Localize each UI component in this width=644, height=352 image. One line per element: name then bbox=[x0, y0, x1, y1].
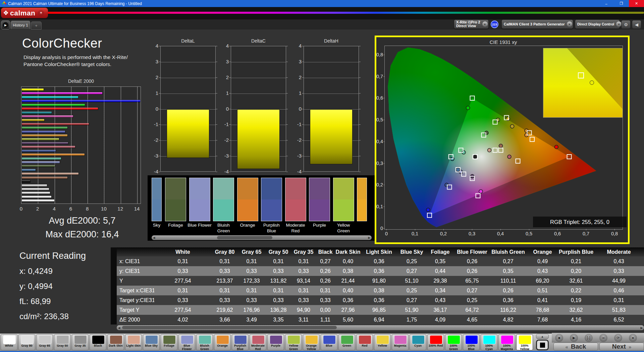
swatch-foliage[interactable] bbox=[165, 178, 186, 221]
swatch-sky[interactable] bbox=[152, 178, 162, 221]
next-button[interactable]: Next » bbox=[599, 343, 644, 351]
display-control-dropdown[interactable]: Direct Display Control ▼ bbox=[575, 19, 620, 29]
patch-cyan[interactable]: Cyan bbox=[410, 334, 426, 350]
patch-orange[interactable]: Orange bbox=[214, 334, 231, 350]
collapse-panel-button[interactable]: ◀ bbox=[632, 20, 641, 29]
patch-100-magenta[interactable]: 100% Magenta bbox=[498, 334, 515, 350]
table-scrollbar[interactable]: ◀ ▶ bbox=[117, 325, 644, 330]
patch-label: 100% Green bbox=[445, 344, 462, 351]
maximize-button[interactable]: ❐ bbox=[614, 0, 629, 7]
delta-y-tick-label: -3 bbox=[219, 153, 229, 159]
meter-device-dropdown[interactable]: X-Rite i1Pro 2Direct View ▼ bbox=[454, 19, 489, 29]
back-button[interactable]: « Back bbox=[553, 343, 598, 351]
minimize-button[interactable]: – bbox=[599, 0, 614, 7]
toolbar-expand-button[interactable]: ▲ bbox=[536, 334, 549, 339]
patch-100-yellow[interactable]: 100% Yellow bbox=[516, 334, 533, 350]
patch-chip bbox=[341, 335, 354, 344]
patch-gray-65[interactable]: Gray 65 bbox=[36, 334, 53, 350]
swatch-bluish-green[interactable] bbox=[213, 178, 234, 221]
cie-x-tick-label: 0,6 bbox=[552, 231, 563, 236]
delta-tick bbox=[286, 124, 288, 125]
table-cell: 4,16 bbox=[558, 317, 594, 323]
patch-label: Yellow bbox=[374, 344, 390, 348]
patch-light-skin[interactable]: Light Skin bbox=[125, 334, 142, 350]
meter-count-badge[interactable]: 223 bbox=[491, 20, 498, 28]
pattern-window-button[interactable] bbox=[536, 340, 549, 350]
continuous-button[interactable]: ∞ bbox=[599, 334, 607, 342]
rgb-triplet-readout: RGB Triplet: 255, 255, 0 bbox=[533, 217, 627, 227]
swatch-moderate-red[interactable] bbox=[285, 178, 306, 221]
patch-blue-flower[interactable]: Blue Flower bbox=[178, 334, 195, 350]
delta-y-tick-label: -3 bbox=[292, 153, 302, 159]
delta-tick bbox=[302, 77, 304, 78]
calman-main-menu[interactable]: ❖ calman ▼ bbox=[1, 8, 48, 18]
delta-tick bbox=[302, 140, 304, 140]
deltae-bar-dark-skin bbox=[21, 176, 68, 179]
play-button[interactable]: ▶ bbox=[570, 334, 578, 342]
swatch-blue-flower[interactable] bbox=[189, 178, 210, 221]
scrollbar-thumb[interactable] bbox=[217, 236, 272, 239]
patch-green[interactable]: Green bbox=[338, 334, 355, 350]
delta-tick bbox=[159, 46, 160, 46]
cie-measured-point bbox=[426, 208, 430, 212]
patch-100-red[interactable]: 100% Red bbox=[427, 334, 444, 350]
swatch-yellow-green[interactable] bbox=[333, 178, 354, 221]
cie-measured-point bbox=[473, 155, 477, 159]
delta-gridline bbox=[231, 78, 286, 78]
stop-button[interactable]: ■ bbox=[555, 334, 563, 342]
delta-y-tick-label: -3 bbox=[149, 153, 158, 159]
patch-100-blue[interactable]: 100% Blue bbox=[463, 334, 480, 350]
record-button[interactable]: ● bbox=[629, 334, 637, 342]
swatch-purple[interactable] bbox=[309, 178, 330, 221]
deltae-x-tick-label: 4 bbox=[50, 206, 59, 212]
scroll-left-icon[interactable]: ◀ bbox=[152, 236, 156, 240]
swatch-purplish-blue[interactable] bbox=[261, 178, 282, 221]
reading-x: x: 0,4249 bbox=[19, 267, 53, 276]
patch-purple[interactable]: Purple bbox=[267, 334, 284, 350]
scroll-right-icon[interactable]: ▶ bbox=[639, 326, 644, 330]
interval-button[interactable]: [-] bbox=[585, 334, 593, 342]
tab-history-1[interactable]: History 1 bbox=[11, 21, 30, 29]
swatch-target-half bbox=[333, 199, 354, 221]
patch-gray-80[interactable]: Gray 80 bbox=[18, 334, 35, 350]
patch-gray-35[interactable]: Gray 35 bbox=[72, 334, 89, 350]
patch-orange-yellow[interactable]: Orange Yellow bbox=[303, 334, 320, 350]
patch-blue[interactable]: Blue bbox=[321, 334, 337, 350]
patch-magenta[interactable]: Magenta bbox=[392, 334, 409, 350]
patch-moderate-red[interactable]: Moderate Red bbox=[250, 334, 266, 350]
patch-yellow[interactable]: Yellow bbox=[374, 334, 391, 350]
patch-label: Orange bbox=[214, 344, 230, 348]
patch-blue-sky[interactable]: Blue Sky bbox=[143, 334, 160, 350]
history-nav-button[interactable]: ▶ bbox=[1, 20, 10, 30]
patch-yellow-green[interactable]: Yellow Green bbox=[285, 334, 302, 350]
scrollbar-thumb[interactable] bbox=[122, 326, 337, 329]
cie-x-tick-label: 0,8 bbox=[609, 231, 620, 236]
patch-dark-skin[interactable]: Dark Skin bbox=[107, 334, 124, 350]
refresh-button[interactable]: ⟳ bbox=[614, 334, 622, 342]
table-cell: 0,40 bbox=[335, 288, 361, 294]
patch-bluish-green[interactable]: Bluish Green bbox=[196, 334, 213, 350]
patch-label: Magenta bbox=[392, 344, 408, 348]
patch-red[interactable]: Red bbox=[356, 334, 373, 350]
swatch-partial[interactable] bbox=[357, 178, 367, 221]
patch-black[interactable]: Black bbox=[90, 334, 106, 350]
table-cell: 0,33 bbox=[594, 268, 644, 274]
swatch-orange[interactable] bbox=[237, 178, 258, 221]
pattern-source-dropdown[interactable]: CalMAN Client 3 Pattern Generator ▼ bbox=[501, 19, 573, 29]
patch-100-cyan[interactable]: 100% Cyan bbox=[481, 334, 497, 350]
table-cell: 29,38 bbox=[426, 278, 454, 284]
add-tab-button[interactable]: + bbox=[31, 21, 42, 30]
swatch-scrollbar[interactable]: ◀ ▶ bbox=[152, 235, 372, 240]
patch-label: Yellow Green bbox=[285, 344, 302, 351]
patch-purplish-blue[interactable]: Purplish Blue bbox=[232, 334, 249, 350]
settings-button[interactable]: ⚙ bbox=[621, 20, 631, 29]
scroll-left-icon[interactable]: ◀ bbox=[117, 326, 121, 330]
patch-chip bbox=[270, 335, 282, 344]
patch-white[interactable]: White bbox=[1, 334, 17, 350]
close-button[interactable]: ✕ bbox=[629, 0, 644, 7]
scroll-right-icon[interactable]: ▶ bbox=[367, 236, 372, 240]
patch-100-green[interactable]: 100% Green bbox=[445, 334, 462, 350]
cie-measured-point bbox=[511, 124, 514, 128]
patch-gray-50[interactable]: Gray 50 bbox=[54, 334, 71, 350]
patch-foliage[interactable]: Foliage bbox=[161, 334, 177, 350]
